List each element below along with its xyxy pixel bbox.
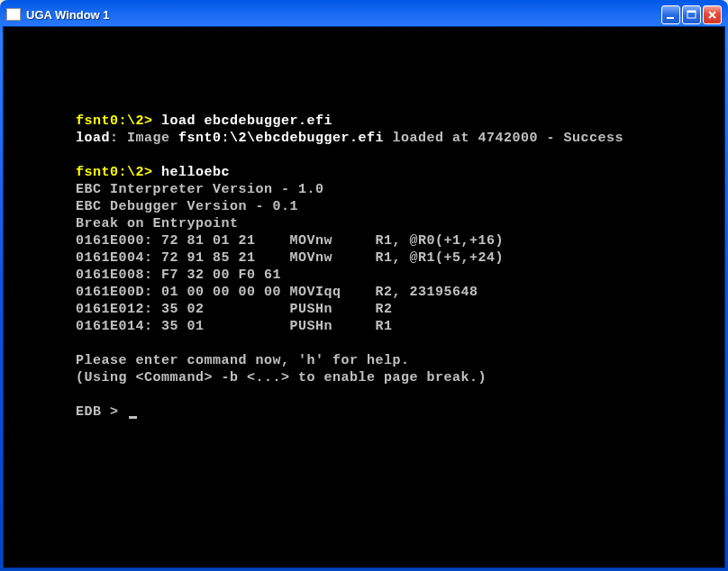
titlebar[interactable]: UGA Window 1 (3, 3, 725, 26)
svg-rect-0 (667, 17, 674, 19)
command-text: load ebcdebugger.efi (161, 113, 332, 129)
disasm-line: 0161E014: 35 01 PUSHn R1 (76, 318, 724, 335)
cursor (129, 416, 137, 419)
window-frame: UGA Window 1 fsnt0:\2> load ebcdebugger.… (0, 0, 728, 571)
break-info: Break on Entrypoint (76, 215, 724, 232)
command-text: helloebc (161, 165, 230, 180)
window-title: UGA Window 1 (26, 8, 661, 22)
minimize-button[interactable] (661, 5, 680, 24)
prompt-line-2: fsnt0:\2> helloebc (76, 164, 724, 181)
load-output: load: Image fsnt0:\2\ebcdebugger.efi loa… (76, 130, 724, 147)
terminal-area[interactable]: fsnt0:\2> load ebcdebugger.efi load: Ima… (3, 26, 725, 568)
help-text: Please enter command now, 'h' for help. (76, 352, 724, 369)
disasm-line: 0161E012: 35 02 PUSHn R2 (76, 301, 724, 318)
window-icon (6, 8, 21, 21)
prompt-line-1: fsnt0:\2> load ebcdebugger.efi (76, 113, 724, 130)
debugger-version: EBC Debugger Version - 0.1 (76, 198, 724, 215)
svg-rect-2 (687, 11, 696, 13)
prompt-path: fsnt0:\2> (76, 113, 153, 129)
edb-prompt-line: EDB > (76, 403, 724, 421)
maximize-button[interactable] (682, 5, 701, 24)
help-text: (Using <Command> -b <...> to enable page… (76, 369, 724, 386)
window-controls (661, 5, 722, 24)
disasm-line: 0161E004: 72 91 85 21 MOVnw R1, @R1(+5,+… (76, 249, 724, 267)
interpreter-version: EBC Interpreter Version - 1.0 (76, 181, 724, 198)
edb-prompt: EDB > (76, 404, 127, 420)
disasm-line: 0161E000: 72 81 01 21 MOVnw R1, @R0(+1,+… (76, 232, 724, 249)
prompt-path: fsnt0:\2> (76, 165, 153, 180)
load-path: fsnt0:\2\ebcdebugger.efi (178, 131, 384, 146)
disasm-line: 0161E008: F7 32 00 F0 61 (76, 267, 724, 284)
load-label: load (76, 131, 110, 146)
disasm-line: 0161E00D: 01 00 00 00 00 MOVIqq R2, 2319… (76, 284, 724, 301)
close-button[interactable] (703, 5, 722, 24)
